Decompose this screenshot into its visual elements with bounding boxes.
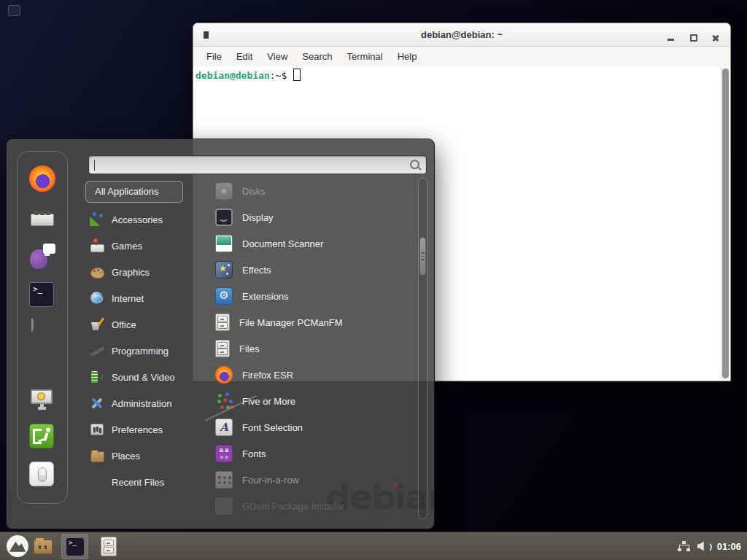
menu-view[interactable]: View [260, 48, 295, 65]
app-item-file-manager-pcmanfm[interactable]: File Manager PCManFM [209, 309, 419, 335]
terminal-scrollbar[interactable] [721, 67, 729, 380]
category-sound-video[interactable]: Sound & Video [85, 364, 209, 390]
prompt-user-host: debian@debian [196, 70, 270, 81]
effects-icon [215, 261, 233, 279]
log-out-icon[interactable] [29, 424, 54, 448]
pidgin-icon[interactable] [29, 243, 55, 269]
system-tray: 01:06 [678, 532, 741, 560]
font-selection-icon [215, 419, 233, 436]
terminal-titlebar[interactable]: debian@debian: ~ [193, 23, 730, 47]
app-item-firefox-esr[interactable]: Firefox ESR [209, 362, 419, 388]
category-games[interactable]: Games [85, 233, 209, 259]
office-icon [90, 317, 104, 332]
category-graphics[interactable]: Graphics [85, 259, 209, 285]
category-recent-files[interactable]: Recent Files [85, 469, 209, 495]
programming-icon [90, 343, 104, 358]
application-menu: debian All Applications Accessories G [6, 139, 435, 529]
file-cabinet-icon [215, 314, 230, 331]
terminal-menubar: File Edit View Search Terminal Help [193, 47, 730, 66]
terminal-icon [66, 537, 85, 556]
app-item-four-in-a-row[interactable]: Four-in-a-row [209, 467, 419, 493]
category-office[interactable]: Office [85, 311, 209, 338]
app-item-font-selection[interactable]: Font Selection [209, 414, 419, 440]
file-cabinet-icon[interactable] [31, 318, 33, 332]
search-box[interactable] [88, 155, 427, 174]
accessories-icon [90, 212, 104, 227]
internet-icon [90, 291, 104, 306]
app-item-files[interactable]: Files [209, 335, 419, 362]
desktop: debian@debian: ~ File Edit View Search T… [0, 0, 747, 560]
terminal-icon[interactable] [29, 282, 54, 307]
document-scanner-icon [215, 235, 233, 252]
menu-button[interactable] [7, 535, 28, 557]
shut-down-icon[interactable] [29, 462, 54, 486]
volume-icon[interactable] [697, 541, 710, 552]
disks-icon [215, 182, 233, 200]
search-input[interactable] [89, 156, 426, 174]
clock[interactable]: 01:06 [717, 541, 741, 552]
terminal-window-button[interactable] [61, 534, 88, 559]
file-cabinet-icon [215, 340, 230, 357]
category-preferences[interactable]: Preferences [85, 416, 209, 443]
four-in-a-row-icon [215, 471, 233, 489]
gdebi-icon [215, 497, 233, 515]
text-caret [94, 160, 95, 171]
app-item-five-or-more[interactable]: Five or More [209, 388, 419, 414]
lock-screen-icon[interactable] [29, 386, 55, 412]
menu-edit[interactable]: Edit [229, 48, 260, 65]
app-item-gdebi-package-installer[interactable]: GDebi Package Installer [209, 493, 419, 519]
window-title: debian@debian: ~ [193, 23, 730, 47]
app-item-fonts[interactable]: Fonts [209, 440, 419, 467]
firefox-icon[interactable] [29, 166, 55, 192]
prompt-tail: :~$ [270, 70, 287, 81]
category-administration[interactable]: Administration [85, 390, 209, 416]
category-all-applications[interactable]: All Applications [85, 181, 183, 203]
menu-help[interactable]: Help [390, 48, 425, 65]
category-programming[interactable]: Programming [85, 338, 209, 364]
menu-file[interactable]: File [199, 48, 229, 65]
app-item-extensions[interactable]: Extensions [209, 283, 419, 309]
maximize-button[interactable] [690, 34, 697, 42]
display-icon [215, 209, 233, 226]
administration-icon [90, 396, 104, 411]
graphics-icon [90, 265, 104, 279]
terminal-cursor [293, 69, 301, 81]
category-places[interactable]: Places [85, 443, 209, 469]
search-icon [410, 160, 421, 171]
games-icon [90, 238, 104, 253]
network-icon[interactable] [678, 541, 690, 552]
menu-search[interactable]: Search [295, 48, 339, 65]
places-icon [90, 448, 104, 463]
desktop-folder-icon[interactable] [34, 540, 53, 554]
preferences-icon [90, 422, 104, 437]
close-button[interactable] [711, 34, 720, 42]
fonts-icon [215, 445, 233, 462]
file-manager-icon[interactable] [101, 537, 117, 556]
category-accessories[interactable]: Accessories [85, 206, 209, 233]
extensions-icon [215, 287, 233, 305]
window-menu-icon[interactable] [204, 31, 209, 39]
terminal-scrollbar-thumb[interactable] [722, 69, 729, 378]
desktop-corner-icon [8, 5, 20, 16]
category-internet[interactable]: Internet [85, 285, 209, 311]
app-item-document-scanner[interactable]: Document Scanner [209, 230, 419, 257]
taskbar: 01:06 [0, 532, 747, 560]
app-list-scrollbar[interactable] [418, 178, 427, 519]
app-list-scrollbar-thumb[interactable] [419, 237, 426, 276]
app-item-display[interactable]: Display [209, 204, 419, 230]
app-item-effects[interactable]: Effects [209, 257, 419, 283]
category-list: Accessories Games Graphics Internet Offi… [85, 206, 209, 495]
sound-video-icon [90, 370, 104, 384]
firefox-icon [215, 366, 233, 384]
package-manager-icon[interactable] [29, 204, 55, 230]
menu-terminal[interactable]: Terminal [340, 48, 390, 65]
application-list: Disks Display Document Scanner Effects E… [209, 178, 419, 519]
minimize-button[interactable] [667, 39, 674, 41]
app-item-disks[interactable]: Disks [209, 178, 419, 204]
shell-prompt: debian@debian:~$ [196, 69, 301, 81]
